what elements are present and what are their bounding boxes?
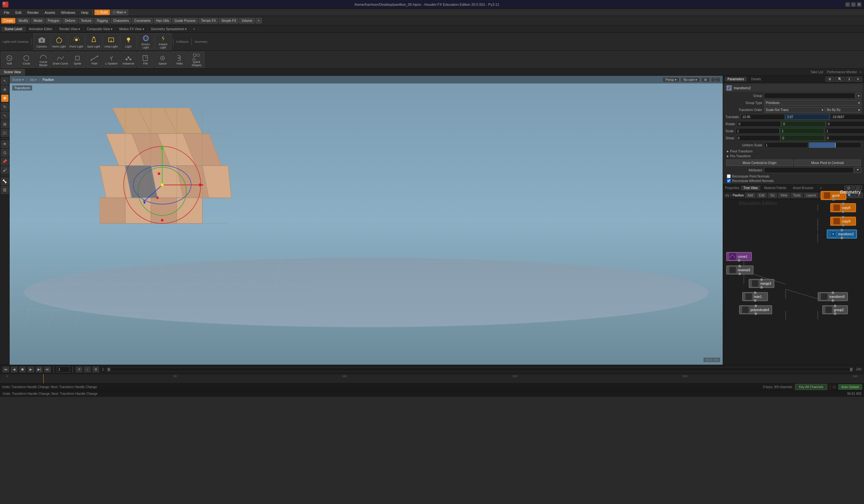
node-box-merge3[interactable]: merge3 [749,279,775,288]
texture-btn[interactable]: Texture [79,18,94,23]
node-graph[interactable]: Properties Tree View Material Palette As… [723,185,864,365]
rotate-y[interactable] [781,121,826,127]
tl-stop-btn[interactable]: ⏹ [19,367,26,372]
node-merge3[interactable]: merge3 [749,279,775,288]
point-light-btn[interactable]: Point Light [68,33,85,50]
shelf-file[interactable]: File [137,52,154,68]
recompute-normals-label[interactable]: Recompute Point Normals [732,175,770,178]
transform-tool[interactable]: ⊕ [1,86,9,94]
shelf-space[interactable]: Space [155,52,170,68]
scale-y[interactable] [780,128,824,134]
paint-tool[interactable]: 🖌 [1,166,9,174]
node-box-copy9[interactable]: copy9 [830,217,856,226]
node-copy9[interactable]: copy9 [830,217,856,226]
instant-light-btn[interactable]: Instant Light [155,33,171,50]
recompute-affected-checkbox[interactable] [727,179,731,183]
panel-search[interactable]: 🔍 [835,77,845,82]
timeline-track[interactable]: 0 50 100 150 200 240 [0,374,864,383]
model-btn[interactable]: Model [31,18,44,23]
group-input[interactable] [764,93,855,99]
persp-dropdown[interactable]: Persp ▾ [663,77,679,82]
move-centroid-btn[interactable]: Move Centroid to Origin [726,160,793,166]
uniform-scale-slider[interactable] [809,142,862,148]
deform-btn[interactable]: Deform [63,18,78,23]
pin-tool[interactable]: 📌 [1,158,9,165]
shelf-instancer[interactable]: Instancer [120,52,136,68]
shelf-quick-shapes[interactable]: Quick Shapes [189,52,205,68]
shear-z[interactable] [826,135,864,141]
rotate-tool[interactable]: ↻ [1,103,9,111]
panel-close[interactable]: ✕ [854,77,862,82]
tl-end-btn[interactable]: ⏭ [44,367,51,372]
simple-fx-btn[interactable]: Simple FX [219,18,238,23]
group-type-dropdown[interactable]: Primitives ▾ [764,100,862,106]
attributes-dropdown[interactable]: ▾ [854,167,862,173]
node-box-hole1[interactable]: hole1 [742,292,768,301]
node-curve1[interactable]: curve1 [726,252,752,261]
tl-loop-btn[interactable]: ↺ [76,367,82,372]
light-btn[interactable]: Light [120,33,137,50]
shelf-helix[interactable]: Helix [171,52,188,68]
recompute-affected-label[interactable]: Recompute Affected Normals [732,179,774,183]
panel-settings[interactable]: ⚙ [826,77,834,82]
uniform-scale-input[interactable] [764,142,808,148]
add-shelf-btn[interactable]: + [256,18,262,23]
volume-btn[interactable]: Volume [239,18,254,23]
ik-tool[interactable]: ⛓ [1,186,9,194]
shear-x[interactable] [736,135,780,141]
maximize-button[interactable]: □ [851,2,856,7]
camera-nav-tool[interactable]: 🎥 [1,129,9,137]
group-dropdown[interactable]: ▾ [856,93,862,99]
tl-start-btn[interactable]: ⏮ [2,367,9,372]
shelf-sprite[interactable]: Sprite [69,52,85,68]
terrain-fx-btn[interactable]: Terrain FX [199,18,218,23]
viewport-settings[interactable]: ⚙ [701,77,710,82]
shelf-path[interactable]: Path [86,52,103,68]
node-box-reverse5[interactable]: reverse5 [726,266,754,274]
bone-tool[interactable]: 🦴 [1,177,9,185]
shelf-circle[interactable]: Circle [18,52,34,68]
tab-animation-editor[interactable]: Animation Editor [26,27,56,32]
han-utils-btn[interactable]: Han Utils [154,18,171,23]
camera-btn[interactable]: Camera [33,33,50,50]
shelf-l-system[interactable]: L-System [104,52,119,68]
recompute-normals-checkbox[interactable] [727,174,731,178]
rotate-x[interactable] [737,121,781,127]
menu-render[interactable]: Render [25,10,41,15]
node-transform5[interactable]: transform5 [818,292,848,301]
menu-windows[interactable]: Windows [58,10,78,15]
tab-add[interactable]: + [190,27,199,32]
shelf-draw-curve[interactable]: Draw Curve [52,52,69,68]
pivot-transform-section[interactable]: Pivot Transform [724,149,863,154]
menu-assets[interactable]: Assets [42,10,58,15]
node-hole1[interactable]: hole1 [742,292,768,301]
menu-help[interactable]: Help [79,10,91,15]
tl-prev-btn[interactable]: ◀ [11,367,17,372]
auto-update-btn[interactable]: Auto Update [838,384,862,390]
snap-tool[interactable]: ⊡ [1,149,9,157]
guide-process-btn[interactable]: Guide Process [172,18,198,23]
tl-audio-btn[interactable]: ♪ [84,367,91,372]
node-group2[interactable]: group2 [822,305,848,314]
tl-settings-btn[interactable]: ⚙ [93,367,99,372]
pre-transform-section[interactable]: Pre-Transform [724,154,863,159]
node-box-polyextrude4[interactable]: polyextrude4 [739,305,772,314]
node-box-curve1[interactable]: curve1 [726,252,752,261]
attributes-input[interactable] [764,167,853,173]
rotate-order-dropdown[interactable]: Rx Ry Rz ▾ [826,107,862,113]
tab-scene-view[interactable]: Scene View [0,69,25,75]
fullscreen-btn[interactable]: ⛶ [711,77,720,82]
tab-details[interactable]: Details [749,77,764,82]
handle-tool[interactable]: ⊞ [1,120,9,128]
close-button[interactable]: ✕ [857,2,862,7]
rigging-btn[interactable]: Rigging [94,18,110,23]
shear-y[interactable] [781,135,825,141]
move-tool[interactable]: ✥ [1,94,9,102]
scale-x[interactable] [735,128,780,134]
frame-input[interactable] [57,367,70,372]
move-pivot-btn[interactable]: Move Pivot to Centroid [794,160,861,166]
scale-z[interactable] [825,128,864,134]
tl-play-btn[interactable]: ▶ [28,367,34,372]
rotate-z[interactable] [826,121,864,127]
translate-x[interactable] [741,114,785,120]
